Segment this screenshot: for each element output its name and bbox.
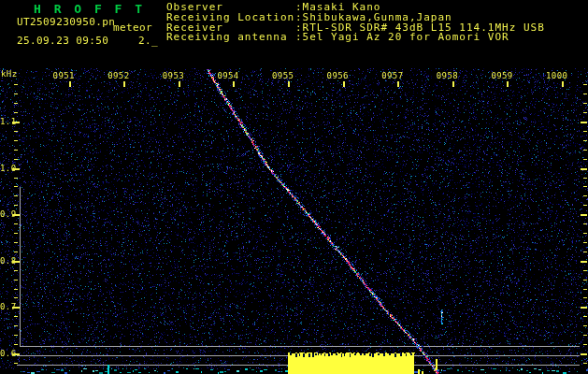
station-info: Observer:Masaki KanoReceiving Location:S…: [166, 3, 545, 43]
spectrogram-canvas: [0, 0, 588, 374]
station-info-label: Receiving antenna: [166, 33, 295, 43]
datetime-label: 25.09.23 09:50: [17, 35, 108, 47]
freq-axis-unit: kHz: [1, 69, 17, 79]
mode-label: meteor: [113, 22, 152, 34]
app-title: H R O F F T: [34, 2, 145, 16]
counter-value: 2._: [138, 35, 158, 47]
capture-filename: UT2509230950.pn: [17, 16, 115, 28]
hrofft-screen: H R O F F T UT2509230950.pn meteor 25.09…: [0, 0, 588, 374]
station-info-value: :5el Yagi Az 20 for Aomori VOR: [295, 33, 509, 43]
station-info-row: Receiving antenna:5el Yagi Az 20 for Aom…: [166, 33, 545, 43]
